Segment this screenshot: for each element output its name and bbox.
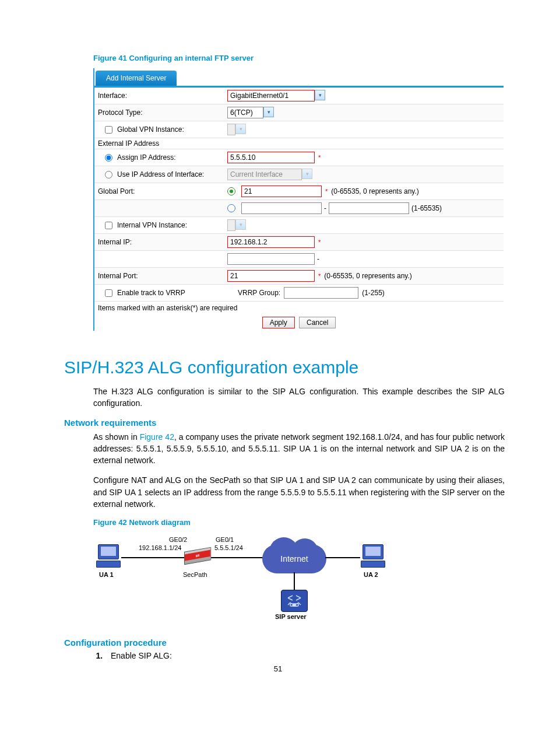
figure-42-link[interactable]: Figure 42 — [140, 432, 174, 442]
internal-vpn-checkbox[interactable] — [105, 222, 112, 229]
global-port-input[interactable] — [241, 186, 322, 197]
use-interface-select — [227, 169, 302, 180]
figure-42-caption: Figure 42 Network diagram — [93, 518, 505, 527]
internal-port-label: Internal Port: — [94, 272, 227, 280]
use-interface-ip-radio[interactable] — [105, 171, 112, 178]
assign-ip-input[interactable] — [227, 152, 315, 163]
required-note: Items marked with an asterisk(*) are req… — [94, 302, 504, 313]
global-vpn-checkbox[interactable] — [105, 126, 112, 134]
chevron-down-icon: ▾ — [235, 124, 246, 134]
internal-ip-input[interactable] — [227, 236, 315, 248]
assign-ip-radio[interactable] — [105, 154, 112, 162]
internal-port-input[interactable] — [227, 270, 315, 282]
netreq-p2: Configure NAT and ALG on the SecPath so … — [93, 474, 505, 510]
chevron-down-icon: ▾ — [235, 219, 246, 230]
global-vpn-label: Global VPN Instance: — [117, 125, 184, 134]
protocol-type-select[interactable] — [227, 107, 263, 118]
global-port-range-radio[interactable] — [227, 204, 235, 212]
vrrp-group-label: VRRP Group: — [238, 289, 280, 297]
add-internal-server-panel: Add Internal Server Interface: ▾ Protoco… — [93, 68, 504, 331]
internal-vpn-label: Internal VPN Instance: — [117, 221, 187, 229]
tab-add-internal-server[interactable]: Add Internal Server — [96, 71, 177, 86]
interface-label: Interface: — [94, 92, 227, 100]
internal-ip2-input[interactable] — [227, 253, 315, 265]
figure-41-caption: Figure 41 Configuring an internal FTP se… — [93, 54, 505, 62]
chevron-down-icon: ▾ — [302, 169, 312, 179]
required-star: * — [318, 272, 321, 279]
required-star: * — [325, 188, 328, 195]
interface-select[interactable] — [227, 90, 315, 102]
use-interface-ip-label: Use IP Address of Interface: — [117, 170, 204, 178]
secpath-label: SecPath — [183, 571, 207, 578]
sip-server-label: SIP server — [275, 613, 307, 620]
network-diagram: UA 1 GE0/2 192.168.1.1/24 ⇄ SecPath GE0/… — [93, 533, 408, 626]
ge01-label: GE0/1 — [216, 536, 234, 543]
global-port-label: Global Port: — [94, 187, 227, 195]
global-port-hint: (0-65535, 0 represents any.) — [331, 187, 419, 195]
global-port-range-hint: (1-65535) — [411, 204, 442, 212]
section-title: SIP/H.323 ALG configuration example — [64, 358, 505, 377]
cancel-button[interactable]: Cancel — [299, 317, 336, 328]
chevron-down-icon[interactable]: ▾ — [263, 107, 274, 117]
procedure-list: Enable SIP ALG: — [93, 651, 505, 660]
global-port-range-end[interactable] — [329, 202, 409, 214]
pc-icon — [96, 544, 121, 568]
vrrp-group-input[interactable] — [284, 287, 358, 299]
ge01-ip-label: 5.5.5.1/24 — [214, 544, 243, 551]
procedure-step-1: Enable SIP ALG: — [105, 651, 505, 660]
netreq-p1: As shown in Figure 42, a company uses th… — [93, 431, 505, 467]
track-vrrp-label: Enable track to VRRP — [117, 289, 185, 297]
internet-label: Internet — [280, 554, 308, 564]
ge02-ip-label: 192.168.1.1/24 — [139, 544, 181, 551]
internal-vpn-select — [227, 219, 235, 231]
global-port-range-start[interactable] — [241, 202, 322, 214]
server-icon: GK — [281, 590, 308, 612]
global-port-single-radio[interactable] — [227, 187, 235, 195]
vrrp-hint: (1-255) — [362, 289, 385, 297]
ua2-label: UA 2 — [364, 571, 378, 578]
cloud-icon: Internet — [262, 544, 326, 573]
required-star: * — [318, 239, 321, 246]
protocol-type-label: Protocol Type: — [94, 108, 227, 117]
ge02-label: GE0/2 — [169, 536, 187, 543]
chevron-down-icon[interactable]: ▾ — [315, 90, 325, 100]
network-requirements-heading: Network requirements — [64, 418, 505, 428]
internal-port-hint: (0-65535, 0 represents any.) — [324, 272, 412, 280]
apply-button[interactable]: Apply — [262, 317, 295, 328]
svg-text:GK: GK — [293, 604, 296, 607]
ua1-label: UA 1 — [99, 571, 114, 578]
pc-icon — [360, 544, 386, 568]
router-icon: ⇄ — [184, 547, 210, 569]
enable-track-vrrp-checkbox[interactable] — [105, 289, 112, 297]
global-vpn-select — [227, 124, 235, 135]
page-number: 51 — [0, 664, 556, 673]
configuration-procedure-heading: Configuration procedure — [64, 638, 505, 648]
external-ip-header: External IP Address — [94, 138, 504, 149]
intro-text: The H.323 ALG configuration is similar t… — [93, 386, 505, 410]
assign-ip-label: Assign IP Address: — [117, 153, 176, 162]
internal-ip-label: Internal IP: — [94, 238, 227, 246]
required-star: * — [318, 154, 321, 161]
